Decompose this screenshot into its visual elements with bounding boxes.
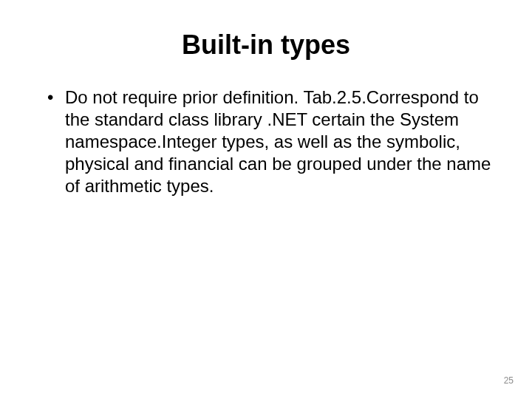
slide-title: Built-in types [37,30,495,61]
bullet-item: Do not require prior definition. Tab.2.5… [44,86,495,197]
slide-content: Do not require prior definition. Tab.2.5… [37,86,495,197]
bullet-list: Do not require prior definition. Tab.2.5… [44,86,495,197]
slide: Built-in types Do not require prior defi… [0,0,532,399]
page-number: 25 [504,375,514,386]
